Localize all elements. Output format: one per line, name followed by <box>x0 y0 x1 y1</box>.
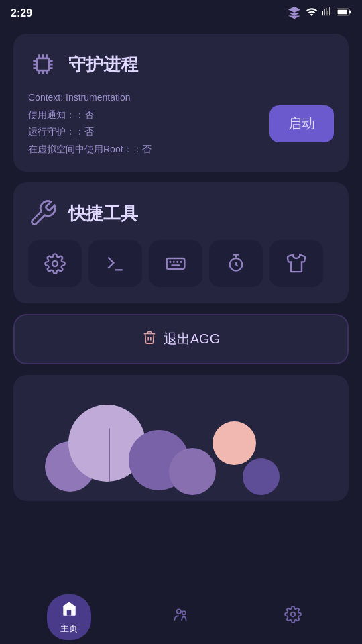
avatar-4 <box>169 448 216 495</box>
avatar-line <box>109 428 110 482</box>
svg-rect-6 <box>167 258 185 269</box>
terminal-tool-button[interactable] <box>88 240 142 287</box>
settings-tool-button[interactable] <box>28 240 82 287</box>
status-time: 2:29 <box>11 7 32 19</box>
main-content: 守护进程 Context: Instrumentation 使用通知：：否 运行… <box>0 27 362 568</box>
guard-card-body: Context: Instrumentation 使用通知：：否 运行守护：：否… <box>28 91 334 156</box>
quick-tools-card: 快捷工具 <box>13 182 349 303</box>
avatar-card <box>13 375 349 501</box>
chip-icon <box>28 50 58 79</box>
tools-card-title: 快捷工具 <box>68 202 138 225</box>
wifi-icon <box>306 6 318 21</box>
nav-home-label: 主页 <box>60 623 78 635</box>
status-bar: 2:29 <box>0 0 362 27</box>
start-button[interactable]: 启动 <box>269 105 334 142</box>
wrench-icon <box>28 199 58 228</box>
timer-tool-button[interactable] <box>209 240 263 287</box>
home-icon <box>60 600 78 620</box>
exit-agg-button[interactable]: 退出AGG <box>13 314 349 364</box>
guard-process-card: 守护进程 Context: Instrumentation 使用通知：：否 运行… <box>13 34 349 172</box>
svg-point-15 <box>182 611 186 614</box>
svg-point-16 <box>290 612 295 617</box>
exit-agg-label: 退出AGG <box>164 330 220 348</box>
guard-root: 在虚拟空间中使用Root：：否 <box>28 143 152 156</box>
battery-icon <box>337 7 351 20</box>
guard-run: 运行守护：：否 <box>28 125 152 139</box>
svg-rect-3 <box>37 58 49 70</box>
guard-card-title: 守护进程 <box>68 53 138 76</box>
svg-rect-1 <box>349 11 351 14</box>
guard-card-header: 守护进程 <box>28 50 334 79</box>
avatar-5 <box>213 421 256 465</box>
tshirt-tool-button[interactable] <box>269 240 323 287</box>
status-icons <box>287 5 351 22</box>
svg-point-14 <box>176 609 181 614</box>
app-icon <box>287 5 302 22</box>
keyboard-tool-button[interactable] <box>149 240 202 287</box>
nav-contacts[interactable] <box>159 600 203 634</box>
svg-point-4 <box>52 261 58 266</box>
settings-icon <box>284 606 302 626</box>
bottom-nav: 主页 <box>0 590 362 644</box>
svg-rect-13 <box>67 610 72 616</box>
avatar-6 <box>243 458 280 495</box>
signal-icon <box>322 7 333 20</box>
tools-card-header: 快捷工具 <box>28 199 334 228</box>
trash-icon <box>142 330 157 348</box>
guard-notification: 使用通知：：否 <box>28 109 152 122</box>
nav-settings[interactable] <box>271 600 315 634</box>
svg-rect-2 <box>338 10 347 14</box>
nav-home[interactable]: 主页 <box>47 594 91 640</box>
contacts-icon <box>172 606 190 626</box>
guard-info: Context: Instrumentation 使用通知：：否 运行守护：：否… <box>28 91 152 156</box>
tools-grid <box>28 240 334 287</box>
guard-context: Context: Instrumentation <box>28 91 152 105</box>
